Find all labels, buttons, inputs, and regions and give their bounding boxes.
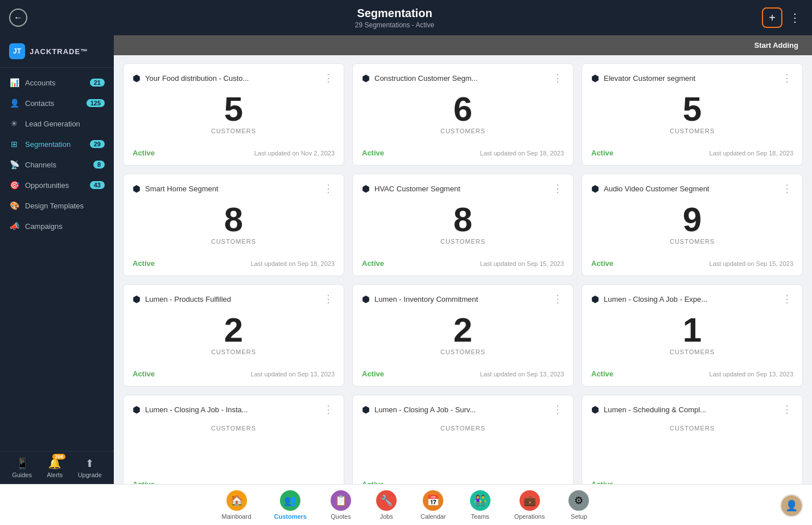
card-label: CUSTOMERS <box>362 238 564 245</box>
card-updated: Last updated on Sep 18, 2023 <box>251 260 335 267</box>
sidebar-item-design-templates[interactable]: 🎨 Design Templates <box>0 195 114 216</box>
card-menu-button[interactable]: ⋮ <box>781 403 793 416</box>
segmentation-card[interactable]: ⬢ Elevator Customer segment ⋮ 5 CUSTOMER… <box>582 63 803 166</box>
card-status: Active <box>133 259 155 268</box>
start-adding-button[interactable]: Start Adding <box>749 39 803 52</box>
content-area: Start Adding ⬢ Your Food distribution - … <box>114 35 812 484</box>
card-count: 9 <box>591 203 793 237</box>
card-menu-button[interactable]: ⋮ <box>322 293 335 305</box>
sidebar-item-channels[interactable]: 📡 Channels 8 <box>0 154 114 175</box>
card-menu-button[interactable]: ⋮ <box>551 182 564 195</box>
card-count: 1 <box>591 313 793 347</box>
user-avatar[interactable]: 👤 <box>780 494 803 517</box>
contacts-icon: 👤 <box>9 99 19 108</box>
card-hex-icon: ⬢ <box>362 294 370 305</box>
segmentation-card[interactable]: ⬢ HVAC Customer Segment ⋮ 8 CUSTOMERS Ac… <box>352 174 574 276</box>
start-adding-bar: Start Adding <box>114 35 812 55</box>
upgrade-label: Upgrade <box>78 471 102 478</box>
card-footer: Active <box>133 480 335 484</box>
mainboard-nav-label: Mainboard <box>222 513 252 520</box>
card-label: CUSTOMERS <box>362 425 564 432</box>
card-status: Active <box>133 149 155 157</box>
logo-text: JACKTRADE™ <box>30 47 88 56</box>
bottom-nav-calendar[interactable]: 📅 Calendar <box>409 487 457 523</box>
card-header: ⬢ Smart Home Segment ⋮ <box>133 182 335 195</box>
campaigns-icon: 📣 <box>9 222 19 231</box>
card-count: 2 <box>362 313 564 347</box>
sidebar-item-contacts[interactable]: 👤 Contacts 125 <box>0 93 114 113</box>
upgrade-button[interactable]: ⬆ Upgrade <box>78 457 102 478</box>
bottom-nav-quotes[interactable]: 📋 Quotes <box>318 487 364 523</box>
card-menu-button[interactable]: ⋮ <box>551 403 564 416</box>
back-button[interactable]: ← <box>9 9 27 27</box>
card-label: CUSTOMERS <box>591 128 793 134</box>
bottom-nav-teams[interactable]: 👫 Teams <box>457 487 503 523</box>
segmentation-card[interactable]: ⬢ Smart Home Segment ⋮ 8 CUSTOMERS Activ… <box>123 174 344 276</box>
card-status: Active <box>591 149 613 157</box>
segmentation-card[interactable]: ⬢ Lumen - Closing A Job - Surv... ⋮ CUST… <box>352 395 574 484</box>
sidebar-item-opportunities[interactable]: 🎯 Opportunities 43 <box>0 175 114 195</box>
card-title: Lumen - Closing A Job - Expe... <box>604 295 707 303</box>
alerts-button[interactable]: 🔔 266 Alerts <box>47 457 63 478</box>
card-menu-button[interactable]: ⋮ <box>551 72 564 84</box>
card-header: ⬢ Construction Customer Segm... ⋮ <box>362 72 564 84</box>
card-footer: Active Last updated on Sep 18, 2023 <box>133 259 335 268</box>
segmentation-card[interactable]: ⬢ Lumen - Inventory Commitment ⋮ 2 CUSTO… <box>352 284 574 387</box>
card-header: ⬢ Audio Video Customer Segment ⋮ <box>591 182 793 195</box>
card-label: CUSTOMERS <box>362 128 564 134</box>
card-count: 8 <box>362 203 564 237</box>
card-footer: Active Last updated on Sep 13, 2023 <box>591 370 793 378</box>
add-segmentation-button[interactable]: + <box>762 7 782 28</box>
bottom-nav-customers[interactable]: 👥 Customers <box>263 487 318 523</box>
segmentation-card[interactable]: ⬢ Lumen - Closing A Job - Insta... ⋮ CUS… <box>123 395 344 484</box>
bottom-nav-operations[interactable]: 💼 Operations <box>503 487 557 523</box>
alerts-label: Alerts <box>47 471 63 478</box>
card-footer: Active Last updated on Sep 13, 2023 <box>362 370 564 378</box>
segmentation-card[interactable]: ⬢ Lumen - Products Fulfilled ⋮ 2 CUSTOME… <box>123 284 344 387</box>
operations-nav-icon: 💼 <box>520 490 540 511</box>
sidebar-item-campaigns[interactable]: 📣 Campaigns <box>0 216 114 236</box>
sidebar-label-contacts: Contacts <box>25 99 54 108</box>
card-label: CUSTOMERS <box>133 238 335 245</box>
card-menu-button[interactable]: ⋮ <box>551 293 564 305</box>
card-count: 5 <box>133 92 335 126</box>
segmentation-card[interactable]: ⬢ Construction Customer Segm... ⋮ 6 CUST… <box>352 63 574 166</box>
mainboard-nav-icon: 🏠 <box>226 490 247 511</box>
card-menu-button[interactable]: ⋮ <box>781 182 793 195</box>
card-status: Active <box>591 480 613 484</box>
card-menu-button[interactable]: ⋮ <box>322 182 335 195</box>
header-center: Segmentation 29 Segmentations - Active <box>27 7 762 29</box>
sidebar-label-channels: Channels <box>25 161 56 169</box>
card-updated: Last updated on Sep 13, 2023 <box>480 371 564 378</box>
bottom-nav-setup[interactable]: ⚙ Setup <box>556 487 601 523</box>
card-label: CUSTOMERS <box>362 348 564 355</box>
card-hex-icon: ⬢ <box>591 183 599 194</box>
card-label: CUSTOMERS <box>591 238 793 245</box>
segmentation-card[interactable]: ⬢ Audio Video Customer Segment ⋮ 9 CUSTO… <box>582 174 803 276</box>
card-title: Lumen - Scheduling & Compl... <box>604 405 706 414</box>
bottom-nav-mainboard[interactable]: 🏠 Mainboard <box>211 487 263 523</box>
more-options-button[interactable]: ⋮ <box>787 11 803 24</box>
card-menu-button[interactable]: ⋮ <box>781 293 793 305</box>
segmentation-card[interactable]: ⬢ Lumen - Closing A Job - Expe... ⋮ 1 CU… <box>582 284 803 387</box>
guides-button[interactable]: 📱 Guides <box>12 457 32 478</box>
card-header: ⬢ Your Food distribution - Custo... ⋮ <box>133 72 335 84</box>
sidebar-item-segmentation[interactable]: ⊞ Segmentation 29 <box>0 134 114 154</box>
card-menu-button[interactable]: ⋮ <box>781 72 793 84</box>
segmentation-card[interactable]: ⬢ Lumen - Scheduling & Compl... ⋮ CUSTOM… <box>582 395 803 484</box>
card-count: 8 <box>133 203 335 237</box>
sidebar-item-lead-generation[interactable]: ✳ Lead Generation <box>0 113 114 134</box>
card-title: Construction Customer Segm... <box>374 74 477 83</box>
lead-generation-icon: ✳ <box>9 119 19 128</box>
sidebar-item-accounts[interactable]: 📊 Accounts 21 <box>0 72 114 93</box>
card-updated: Last updated on Sep 18, 2023 <box>710 150 793 157</box>
sidebar-footer: 📱 Guides 🔔 266 Alerts ⬆ Upgrade <box>0 451 114 484</box>
card-header: ⬢ Lumen - Closing A Job - Expe... ⋮ <box>591 293 793 305</box>
page-subtitle: 29 Segmentations - Active <box>27 21 762 29</box>
segmentation-icon: ⊞ <box>9 140 19 149</box>
segmentation-card[interactable]: ⬢ Your Food distribution - Custo... ⋮ 5 … <box>123 63 344 166</box>
card-menu-button[interactable]: ⋮ <box>322 72 335 84</box>
card-menu-button[interactable]: ⋮ <box>322 403 335 416</box>
bottom-nav-jobs[interactable]: 🔧 Jobs <box>364 487 409 523</box>
card-hex-icon: ⬢ <box>133 404 141 415</box>
